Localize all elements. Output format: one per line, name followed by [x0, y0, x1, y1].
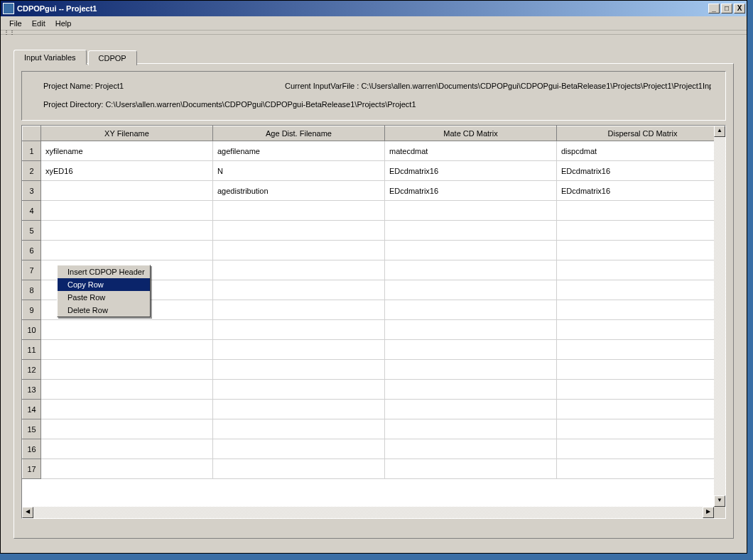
- row-header[interactable]: 4: [23, 201, 41, 221]
- grid-cell[interactable]: [385, 380, 557, 400]
- horizontal-scrollbar[interactable]: ◀ ▶: [22, 507, 714, 518]
- row-header[interactable]: 12: [23, 360, 41, 380]
- grid-cell[interactable]: [41, 459, 213, 479]
- row-header[interactable]: 17: [23, 459, 41, 479]
- grid-cell[interactable]: [385, 439, 557, 459]
- grid-cell[interactable]: [557, 241, 715, 260]
- grid-cell[interactable]: [213, 380, 385, 400]
- row-header[interactable]: 3: [23, 181, 41, 201]
- grid-cell[interactable]: [557, 201, 715, 221]
- row-header[interactable]: 6: [23, 241, 41, 260]
- col-header[interactable]: Mate CD Matrix: [385, 126, 557, 141]
- table-row[interactable]: 13: [23, 380, 715, 400]
- context-menu-item[interactable]: Paste Row: [58, 291, 150, 304]
- scroll-left-button[interactable]: ◀: [22, 507, 33, 518]
- row-header[interactable]: 2: [23, 161, 41, 181]
- grid-cell[interactable]: [557, 400, 715, 419]
- grid-cell[interactable]: [213, 340, 385, 360]
- tab-input-variables[interactable]: Input Variables: [13, 50, 87, 65]
- row-header[interactable]: 11: [23, 340, 41, 360]
- grid-cell[interactable]: EDcdmatrix16: [557, 161, 715, 181]
- scroll-right-button[interactable]: ▶: [703, 507, 714, 518]
- corner-header[interactable]: [23, 126, 41, 141]
- grid-cell[interactable]: agedistribution: [213, 181, 385, 201]
- context-menu-item[interactable]: Delete Row: [58, 304, 150, 317]
- row-header[interactable]: 1: [23, 141, 41, 161]
- close-button[interactable]: X: [734, 4, 745, 13]
- grid-cell[interactable]: [41, 400, 213, 419]
- grid-cell[interactable]: [385, 241, 557, 260]
- vscroll-track[interactable]: [714, 137, 725, 495]
- table-row[interactable]: 4: [23, 201, 715, 221]
- col-header[interactable]: Dispersal CD Matrix: [557, 126, 715, 141]
- grid-cell[interactable]: [557, 439, 715, 459]
- table-row[interactable]: 2xyED16NEDcdmatrix16EDcdmatrix16: [23, 161, 715, 181]
- table-row[interactable]: 5: [23, 221, 715, 241]
- grid-cell[interactable]: [41, 439, 213, 459]
- col-header[interactable]: Age Dist. Filename: [213, 126, 385, 141]
- grid-cell[interactable]: [213, 459, 385, 479]
- table-row[interactable]: 1xyfilenameagefilenamematecdmatdispcdmat: [23, 141, 715, 161]
- grid-cell[interactable]: [557, 280, 715, 300]
- row-header[interactable]: 13: [23, 380, 41, 400]
- row-header[interactable]: 8: [23, 280, 41, 300]
- grid-cell[interactable]: [213, 221, 385, 241]
- grid-cell[interactable]: [41, 419, 213, 439]
- row-header[interactable]: 16: [23, 439, 41, 459]
- grid-cell[interactable]: [213, 201, 385, 221]
- table-row[interactable]: 16: [23, 439, 715, 459]
- menu-edit[interactable]: Edit: [28, 18, 50, 29]
- row-header[interactable]: 10: [23, 320, 41, 340]
- row-header[interactable]: 9: [23, 300, 41, 320]
- grid-cell[interactable]: [385, 260, 557, 280]
- scroll-up-button[interactable]: ▲: [714, 126, 725, 137]
- grid-cell[interactable]: [213, 419, 385, 439]
- grid-cell[interactable]: [557, 260, 715, 280]
- grid-cell[interactable]: xyfilename: [41, 141, 213, 161]
- grid-cell[interactable]: [557, 320, 715, 340]
- grid-cell[interactable]: [41, 360, 213, 380]
- grid-cell[interactable]: matecdmat: [385, 141, 557, 161]
- grid-cell[interactable]: EDcdmatrix16: [385, 181, 557, 201]
- grid-cell[interactable]: [41, 320, 213, 340]
- table-row[interactable]: 6: [23, 241, 715, 260]
- tab-cdpop[interactable]: CDPOP: [88, 50, 137, 65]
- row-header[interactable]: 14: [23, 400, 41, 419]
- grid-cell[interactable]: [41, 221, 213, 241]
- grid-cell[interactable]: [557, 360, 715, 380]
- grid-cell[interactable]: [213, 360, 385, 380]
- grid-cell[interactable]: [213, 439, 385, 459]
- scroll-down-button[interactable]: ▼: [714, 495, 725, 507]
- grid-cell[interactable]: [213, 260, 385, 280]
- grid-cell[interactable]: [385, 320, 557, 340]
- grid-cell[interactable]: [41, 241, 213, 260]
- grid-cell[interactable]: [557, 300, 715, 320]
- grid-cell[interactable]: [41, 201, 213, 221]
- context-menu-item[interactable]: Copy Row: [58, 278, 150, 291]
- grid-cell[interactable]: [385, 400, 557, 419]
- hscroll-track[interactable]: [33, 507, 703, 518]
- table-row[interactable]: 14: [23, 400, 715, 419]
- grid-cell[interactable]: [385, 459, 557, 479]
- grid-cell[interactable]: [385, 419, 557, 439]
- grid-cell[interactable]: [213, 400, 385, 419]
- table-row[interactable]: 12: [23, 360, 715, 380]
- grid-cell[interactable]: [557, 221, 715, 241]
- grid-cell[interactable]: [213, 320, 385, 340]
- data-grid[interactable]: XY Filename Age Dist. Filename Mate CD M…: [21, 125, 726, 519]
- table-row[interactable]: 15: [23, 419, 715, 439]
- grid-cell[interactable]: [557, 340, 715, 360]
- vertical-scrollbar[interactable]: ▲ ▼: [714, 126, 725, 507]
- row-header[interactable]: 15: [23, 419, 41, 439]
- row-header[interactable]: 5: [23, 221, 41, 241]
- grid-cell[interactable]: [213, 300, 385, 320]
- menu-file[interactable]: File: [5, 18, 26, 29]
- grid-cell[interactable]: EDcdmatrix16: [557, 181, 715, 201]
- table-row[interactable]: 11: [23, 340, 715, 360]
- grid-cell[interactable]: [385, 340, 557, 360]
- row-header[interactable]: 7: [23, 260, 41, 280]
- grid-cell[interactable]: [41, 181, 213, 201]
- table-row[interactable]: 10: [23, 320, 715, 340]
- grid-cell[interactable]: [557, 419, 715, 439]
- minimize-button[interactable]: _: [708, 4, 720, 13]
